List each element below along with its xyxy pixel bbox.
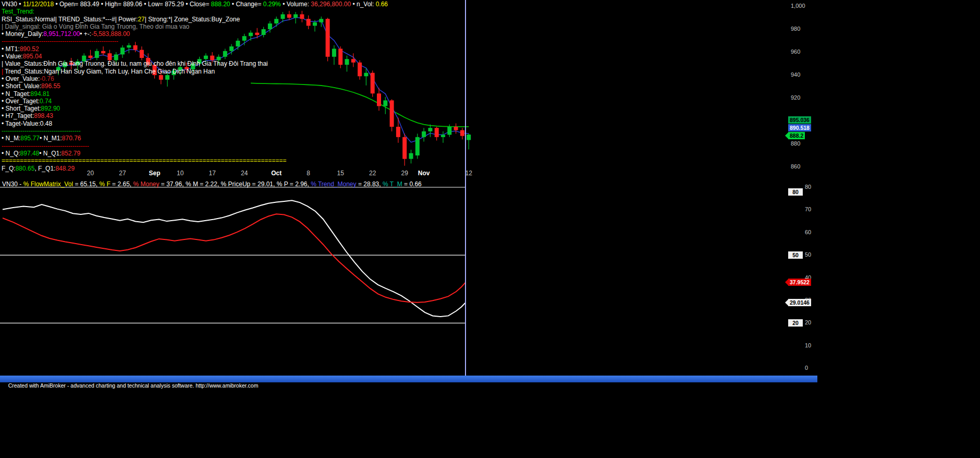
text-segment: 0.74 xyxy=(40,98,52,105)
info-line: • Value:895.04 xyxy=(2,53,388,60)
text-segment: % F xyxy=(99,180,110,188)
text-segment: = 2.65, xyxy=(111,180,133,188)
text-segment: 0.29% xyxy=(263,1,283,8)
info-line: | Value_Status:Đỉnh Gia Tang Truong. Đầu… xyxy=(2,60,388,67)
price-axis-tick: 940 xyxy=(791,71,800,78)
text-segment: 11/12/2018 xyxy=(23,1,56,8)
text-segment: VN30 xyxy=(2,1,19,8)
status-text: Created with AmiBroker - advanced charti… xyxy=(8,382,259,389)
text-segment: • xyxy=(19,1,23,8)
indicator-axis-tick: 80 xyxy=(805,184,811,190)
money-line xyxy=(3,214,466,303)
text-segment: 892.90 xyxy=(41,105,60,112)
price-axis-strip[interactable]: 1,00098096094092090088086080706050403020… xyxy=(787,0,817,376)
info-line: • Short_Taget:892.90 xyxy=(2,105,388,112)
info-line: • Taget-Value:0.48 xyxy=(2,120,388,127)
text-segment: • Change= xyxy=(232,1,263,8)
axis-value-tag: 888.2 xyxy=(788,132,805,139)
indicator-axis-tick: 20 xyxy=(805,319,811,326)
text-segment: ========================================… xyxy=(2,157,287,164)
info-line: Test_Trend: xyxy=(2,8,388,15)
info-line: • N_M:895.77• N_M1:870.76 xyxy=(2,135,388,142)
text-segment: • Close= xyxy=(186,1,211,8)
text-segment: • MT1: xyxy=(2,45,20,53)
text-segment: 0.48 xyxy=(40,120,52,127)
text-segment: % Money xyxy=(133,180,159,188)
text-segment: = 37.96, xyxy=(160,180,186,188)
text-segment: • H7_Taget: xyxy=(2,112,34,119)
text-segment: = 0.66 xyxy=(402,180,422,188)
axis-value-tag: 895.036 xyxy=(788,116,811,124)
text-segment: ----------------------------------------… xyxy=(2,142,89,150)
text-segment: 36,296,800.00 xyxy=(311,1,352,8)
info-line: | Trend_Status:Ngan Han Suy Giam, Tich L… xyxy=(2,68,388,75)
info-line: • Over_Value:-0.76 xyxy=(2,75,388,82)
info-line: ----------------------------------------… xyxy=(2,38,388,45)
amibroker-window: VN30 • 11/12/2018 • Open= 883.49 • High=… xyxy=(0,0,980,458)
text-segment: • High= 889.06 xyxy=(101,1,144,8)
text-segment: ----------------------------------------… xyxy=(2,38,118,45)
text-segment: = 29.01, xyxy=(250,180,276,188)
text-segment: • Over_Taget: xyxy=(2,98,40,105)
indicator-axis-tick: 10 xyxy=(805,342,811,348)
price-axis-tick: 980 xyxy=(791,26,800,32)
info-line: • Short_Value:896.55 xyxy=(2,82,388,90)
date-axis-label: 15 xyxy=(337,170,344,177)
axis-value-tag: 20 xyxy=(788,319,803,327)
text-segment: = 28.83, xyxy=(357,180,383,188)
text-segment: Trend_Status:Ngan Han Suy Giam, Tich Luy… xyxy=(5,68,215,75)
price-axis-tick: 1,000 xyxy=(791,3,805,9)
date-axis[interactable]: 2027Sep101724Oct8152229Nov12 xyxy=(0,170,787,178)
date-axis-label: 27 xyxy=(119,170,126,177)
text-segment: 895.04 xyxy=(23,53,42,60)
text-segment: 890.52 xyxy=(20,45,39,53)
text-segment: • Open= 883.49 xyxy=(55,1,101,8)
text-segment: 852.79 xyxy=(61,150,80,157)
tag-arrow-icon xyxy=(785,299,788,306)
text-segment: • n_Vol: xyxy=(352,1,375,8)
info-line: ----------------------------------------… xyxy=(2,142,388,150)
info-line: | Daily_singal: Giá o Vùng Đỉnh Gia Tang… xyxy=(2,23,388,30)
text-segment: % P xyxy=(277,180,288,188)
info-line: • Over_Taget:0.74 xyxy=(2,98,388,105)
text-segment: = 2.22, xyxy=(198,180,221,188)
text-segment: • Volume: xyxy=(283,1,311,8)
axis-value-tag: 50 xyxy=(788,251,803,259)
date-axis-label: 8 xyxy=(307,170,310,177)
info-line: VN30 • 11/12/2018 • Open= 883.49 • High=… xyxy=(2,1,388,8)
text-segment: 0.66 xyxy=(376,1,388,8)
indicator-header: VN30 - % FlowMatrix_Vol = 65.15, % F = 2… xyxy=(2,180,422,188)
indicator-levels xyxy=(0,187,466,323)
chart-info-overlay: VN30 • 11/12/2018 • Open= 883.49 • High=… xyxy=(2,1,388,172)
date-axis-label: 22 xyxy=(369,170,376,177)
info-line: • N_Taget:894.81 xyxy=(2,90,388,98)
price-axis-tick: 920 xyxy=(791,94,800,101)
date-axis-label: 20 xyxy=(87,170,94,177)
axis-value-tag: 890.518 xyxy=(788,124,811,131)
info-line: RSI_Status:Normal| TREND_Status:*---#| P… xyxy=(2,16,388,23)
text-segment: • Short_Taget: xyxy=(2,105,41,112)
text-segment: 894.81 xyxy=(31,90,50,98)
price-axis-tick: 880 xyxy=(791,140,800,147)
axis-value-tag: 37.9522 xyxy=(788,279,811,286)
text-segment: = 2.96, xyxy=(288,180,311,188)
date-axis-label: Sep xyxy=(149,170,160,177)
text-segment: • Short_Value: xyxy=(2,82,41,90)
text-segment: 888.20 xyxy=(211,1,232,8)
text-segment: 898.43 xyxy=(34,112,53,119)
indicator-axis-tick: 70 xyxy=(805,206,811,212)
text-segment: % PriceUp xyxy=(221,180,251,188)
text-segment: 895.77 xyxy=(20,135,40,142)
text-segment: • Taget-Value: xyxy=(2,120,40,127)
text-segment: • Over_Value: xyxy=(2,75,40,82)
text-segment: % FlowMatrix_Vol xyxy=(23,180,73,188)
info-line: -------------------------------------- xyxy=(2,127,388,135)
text-segment: | Daily_singal: Giá o Vùng Đỉnh Gia Tang… xyxy=(2,23,189,30)
text-segment: • N_Taget: xyxy=(2,90,31,98)
text-segment: 27 xyxy=(138,16,144,23)
info-line: ========================================… xyxy=(2,157,388,164)
text-segment: -5,583,888.00 xyxy=(91,30,130,38)
text-segment: % Trend_Money xyxy=(311,180,356,188)
text-segment: Test_Trend: xyxy=(2,8,34,15)
status-bar: Created with AmiBroker - advanced charti… xyxy=(0,376,817,382)
